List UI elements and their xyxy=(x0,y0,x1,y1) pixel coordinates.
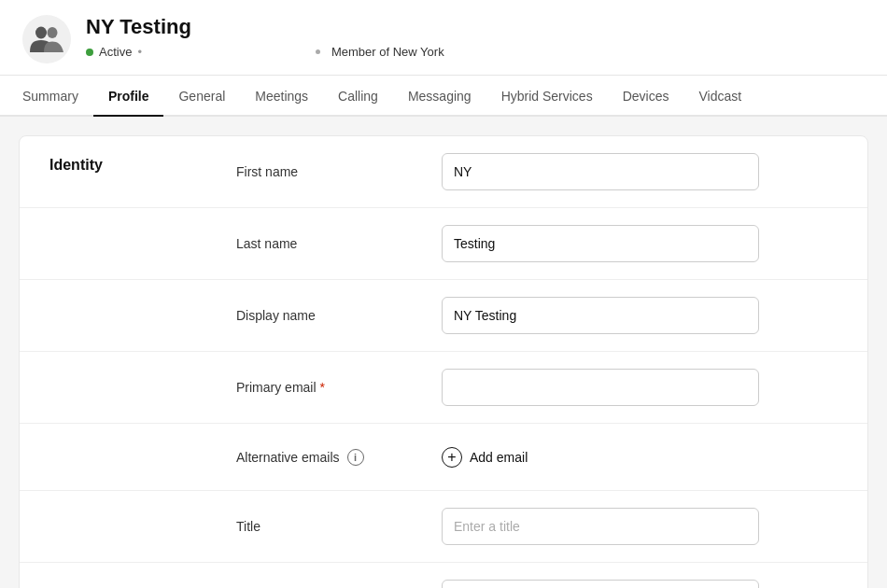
header-info: NY Testing Active • Member of New York xyxy=(86,15,444,59)
page-header: NY Testing Active • Member of New York xyxy=(0,0,887,76)
spacer-display-name xyxy=(49,297,236,301)
department-input[interactable] xyxy=(442,580,759,588)
header-meta: Active • Member of New York xyxy=(86,45,444,59)
form-row-primary-email: Primary email * xyxy=(20,352,867,424)
main-content: Identity First name Last name Display na… xyxy=(0,117,887,588)
input-primary-email-wrap xyxy=(442,369,759,406)
form-row-alt-emails: Alternative emails i + Add email xyxy=(20,424,867,491)
primary-email-input[interactable] xyxy=(442,369,759,406)
spacer-alt-emails xyxy=(49,441,236,444)
svg-point-0 xyxy=(22,15,71,63)
title-input[interactable] xyxy=(442,508,759,545)
label-primary-email: Primary email * xyxy=(236,380,442,395)
tab-general[interactable]: General xyxy=(163,76,240,117)
input-first-name-wrap xyxy=(442,153,759,190)
form-row-first-name: Identity First name xyxy=(20,136,867,208)
label-first-name: First name xyxy=(236,164,442,179)
form-row-display-name: Display name xyxy=(20,280,867,352)
spacer-department xyxy=(49,580,236,583)
input-display-name-wrap xyxy=(442,297,759,334)
form-row-title: Title xyxy=(20,491,867,563)
label-alt-emails: Alternative emails i xyxy=(236,449,442,466)
member-label: Member of New York xyxy=(331,45,444,59)
tab-vidcast[interactable]: Vidcast xyxy=(683,76,756,117)
tab-messaging[interactable]: Messaging xyxy=(393,76,486,117)
add-email-wrap: + Add email xyxy=(442,447,838,468)
display-name-input[interactable] xyxy=(442,297,759,334)
section-label-identity: Identity xyxy=(49,153,236,174)
last-name-input[interactable] xyxy=(442,225,759,262)
tab-devices[interactable]: Devices xyxy=(608,76,684,117)
spacer-last-name xyxy=(49,225,236,229)
identity-card: Identity First name Last name Display na… xyxy=(19,135,868,588)
input-department-wrap xyxy=(442,580,759,588)
svg-point-1 xyxy=(35,27,47,39)
page-title: NY Testing xyxy=(86,15,444,39)
tab-summary[interactable]: Summary xyxy=(22,76,93,117)
form-row-department: Department xyxy=(20,563,867,588)
status-dot xyxy=(86,49,93,56)
svg-point-2 xyxy=(48,27,58,38)
input-title-wrap xyxy=(442,508,759,545)
member-dot xyxy=(316,49,320,54)
label-title: Title xyxy=(236,519,442,534)
label-last-name: Last name xyxy=(236,236,442,251)
first-name-input[interactable] xyxy=(442,153,759,190)
add-email-button[interactable]: + Add email xyxy=(442,447,528,468)
plus-circle-icon: + xyxy=(442,447,462,468)
tab-profile[interactable]: Profile xyxy=(93,76,164,117)
spacer-primary-email xyxy=(49,369,236,372)
status-text: Active xyxy=(99,45,132,59)
info-icon[interactable]: i xyxy=(347,449,364,466)
meta-separator: • xyxy=(137,45,142,59)
tab-hybrid-services[interactable]: Hybrid Services xyxy=(486,76,608,117)
tabs-bar: Summary Profile General Meetings Calling… xyxy=(0,76,887,117)
required-star-email: * xyxy=(320,380,325,395)
input-last-name-wrap xyxy=(442,225,759,262)
tab-meetings[interactable]: Meetings xyxy=(240,76,323,117)
avatar xyxy=(22,15,71,63)
label-display-name: Display name xyxy=(236,308,442,323)
form-row-last-name: Last name xyxy=(20,208,867,280)
tab-calling[interactable]: Calling xyxy=(323,76,393,117)
spacer-title xyxy=(49,508,236,511)
